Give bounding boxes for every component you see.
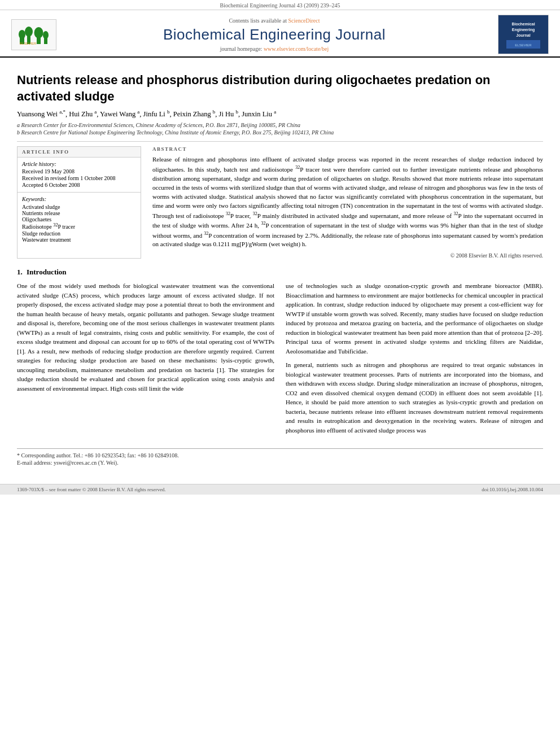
abstract-section: ABSTRACT Release of nitrogen and phospho… bbox=[152, 146, 543, 259]
footer-issn: 1369-703X/$ – see front matter © 2008 El… bbox=[17, 487, 166, 492]
journal-thumbnail: Biochemical Engineering Journal ELSEVIER bbox=[498, 15, 549, 54]
footer-doi: doi:10.1016/j.bej.2008.10.004 bbox=[482, 487, 543, 492]
footnote-area: * Corresponding author. Tel.: +86 10 629… bbox=[17, 448, 543, 466]
main-content: Nutrients release and phosphorus distrib… bbox=[0, 58, 560, 478]
authors-line: Yuansong Wei a,*, Hui Zhu a, Yawei Wang … bbox=[17, 109, 543, 119]
affiliations: a Research Center for Eco-Environmental … bbox=[17, 122, 543, 136]
svg-text:ELSEVIER: ELSEVIER bbox=[515, 43, 532, 47]
revised-date: Received in revised form 1 October 2008 bbox=[22, 175, 136, 181]
journal-header: ELSEVIER Contents lists available at Sci… bbox=[0, 10, 560, 58]
accepted-date: Accepted 6 October 2008 bbox=[22, 182, 136, 188]
svg-point-5 bbox=[34, 27, 43, 38]
received-date: Received 19 May 2008 bbox=[22, 168, 136, 174]
abstract-text: Release of nitrogen and phosphorus into … bbox=[152, 155, 543, 249]
article-info-box: ARTICLE INFO Article history: Received 1… bbox=[17, 146, 141, 259]
svg-text:ELSEVIER: ELSEVIER bbox=[20, 42, 37, 45]
keyword-2: Nutrients release bbox=[22, 210, 136, 216]
intro-col-1: One of the most widely used methods for … bbox=[17, 281, 274, 439]
svg-text:Biochemical: Biochemical bbox=[511, 22, 535, 26]
keywords-label: Keywords: bbox=[22, 196, 136, 202]
keyword-4: Radioisotope 32P tracer bbox=[22, 222, 136, 230]
affiliation-a: a Research Center for Eco-Environmental … bbox=[17, 122, 543, 128]
intro-p3: In general, nutrients such as nitrogen a… bbox=[286, 360, 543, 435]
svg-point-3 bbox=[25, 27, 33, 37]
svg-point-7 bbox=[43, 31, 49, 39]
history-label: Article history: bbox=[22, 161, 136, 167]
copyright-text: © 2008 Elsevier B.V. All rights reserved… bbox=[152, 252, 543, 259]
contents-line: Contents lists available at ScienceDirec… bbox=[56, 18, 492, 24]
intro-heading: 1. Introduction bbox=[17, 268, 543, 277]
info-abstract-section: ARTICLE INFO Article history: Received 1… bbox=[17, 146, 543, 259]
elsevier-logo-image: ELSEVIER bbox=[11, 19, 56, 50]
intro-p1: One of the most widely used methods for … bbox=[17, 281, 274, 393]
introduction-section: 1. Introduction One of the most widely u… bbox=[17, 268, 543, 439]
intro-body: One of the most widely used methods for … bbox=[17, 281, 543, 439]
affiliation-b: b Research Centre for National Isotope E… bbox=[17, 129, 543, 136]
article-history: Article history: Received 19 May 2008 Re… bbox=[18, 158, 141, 192]
homepage-link[interactable]: www.elsevier.com/locate/bej bbox=[264, 46, 329, 52]
keyword-1: Activated sludge bbox=[22, 204, 136, 210]
footnote-email: E-mail address: yswei@rcees.ac.cn (Y. We… bbox=[17, 460, 543, 466]
journal-title: Biochemical Engineering Journal bbox=[56, 26, 492, 43]
keyword-6: Wastewater treatment bbox=[22, 237, 136, 243]
keywords-section: Keywords: Activated sludge Nutrients rel… bbox=[18, 192, 141, 246]
journal-citation: Biochemical Engineering Journal 43 (2009… bbox=[220, 2, 340, 8]
homepage-line: journal homepage: www.elsevier.com/locat… bbox=[56, 46, 492, 52]
authors-text: Yuansong Wei a,*, Hui Zhu a, Yawei Wang … bbox=[17, 110, 276, 118]
svg-point-1 bbox=[19, 30, 25, 39]
keyword-3: Oligochaetes bbox=[22, 216, 136, 222]
intro-col-2: use of technologies such as sludge ozona… bbox=[286, 281, 543, 439]
journal-header-right: Biochemical Engineering Journal ELSEVIER bbox=[492, 15, 549, 54]
abstract-title: ABSTRACT bbox=[152, 146, 543, 152]
divider-1 bbox=[17, 141, 543, 142]
article-info-title: ARTICLE INFO bbox=[18, 147, 141, 158]
intro-p2: use of technologies such as sludge ozona… bbox=[286, 281, 543, 356]
journal-header-center: Contents lists available at ScienceDirec… bbox=[56, 18, 492, 52]
footnote-corresponding: * Corresponding author. Tel.: +86 10 629… bbox=[17, 452, 543, 458]
top-bar: Biochemical Engineering Journal 43 (2009… bbox=[0, 0, 560, 10]
footer-bar: 1369-703X/$ – see front matter © 2008 El… bbox=[0, 484, 560, 495]
svg-text:Engineering: Engineering bbox=[512, 28, 535, 32]
article-title: Nutrients release and phosphorus distrib… bbox=[17, 72, 543, 104]
elsevier-logo-area: ELSEVIER bbox=[11, 19, 56, 50]
svg-text:Journal: Journal bbox=[516, 33, 530, 37]
keyword-5: Sludge reduction bbox=[22, 230, 136, 237]
sciencedirect-link[interactable]: ScienceDirect bbox=[288, 18, 320, 24]
